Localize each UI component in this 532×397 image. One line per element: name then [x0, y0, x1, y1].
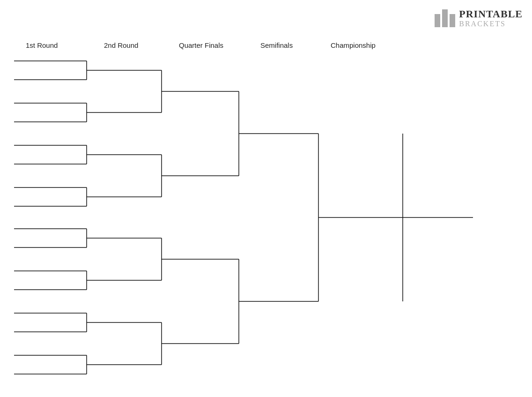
bracket-svg — [0, 0, 532, 397]
